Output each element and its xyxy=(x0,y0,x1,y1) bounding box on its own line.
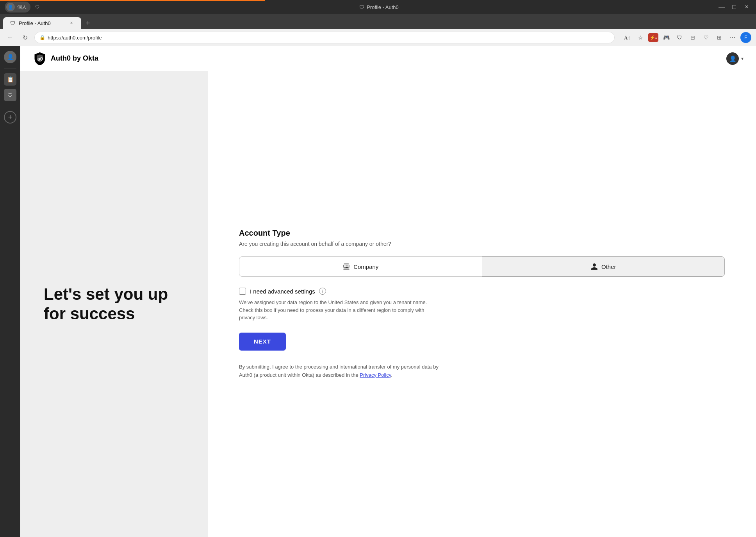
user-avatar: 👤 xyxy=(726,52,739,65)
svg-text:a0: a0 xyxy=(37,56,43,62)
close-button[interactable]: × xyxy=(742,2,751,12)
left-panel-title: Let's set you up for success xyxy=(44,285,184,324)
sidebar-icon-pages[interactable]: 📋 xyxy=(4,73,16,86)
section-description: Are you creating this account on behalf … xyxy=(239,241,725,247)
next-button[interactable]: NEXT xyxy=(239,333,286,351)
advanced-settings-checkbox[interactable] xyxy=(239,288,246,295)
extensions-button[interactable]: ⚡1 xyxy=(648,33,658,42)
split-view-button[interactable]: ⊟ xyxy=(687,32,698,43)
other-button[interactable]: Other xyxy=(482,256,725,277)
user-menu[interactable]: 👤 ▾ xyxy=(726,52,744,65)
info-icon[interactable]: i xyxy=(319,288,326,295)
minimize-button[interactable]: — xyxy=(717,2,726,12)
back-button[interactable]: ← xyxy=(5,32,16,43)
sidebar-icon-shield[interactable]: 🛡 xyxy=(4,89,16,101)
page-container: a0 Auth0 by Okta 👤 ▾ Let's set you up fo… xyxy=(20,46,756,537)
sidebar-divider-2 xyxy=(4,106,16,106)
profile-avatar: 👤 xyxy=(6,3,15,11)
privacy-text-before: By submitting, I agree to the processing… xyxy=(239,364,439,378)
sidebar-user-avatar[interactable]: 👤 xyxy=(4,51,16,63)
new-tab-button[interactable]: + xyxy=(83,18,93,29)
company-button-label: Company xyxy=(353,263,378,270)
company-icon xyxy=(342,263,350,270)
bookmark-button[interactable]: ☆ xyxy=(635,32,646,43)
tab-title: Profile - Auth0 xyxy=(19,20,51,26)
tab-close-button[interactable]: × xyxy=(68,20,75,27)
account-type-selector: Company Other xyxy=(239,256,725,277)
company-button[interactable]: Company xyxy=(239,256,482,277)
advanced-settings-label: I need advanced settings xyxy=(250,288,315,295)
screenshot-button[interactable]: ⊞ xyxy=(714,32,725,43)
address-bar[interactable]: 🔒 https://auth0.com/profile xyxy=(34,32,615,43)
advanced-settings-row: I need advanced settings i xyxy=(239,288,725,295)
tab-favicon: 🛡 xyxy=(9,20,16,26)
section-title: Account Type xyxy=(239,229,725,238)
sidebar-add-button[interactable]: + xyxy=(4,111,16,124)
active-tab[interactable]: 🛡 Profile - Auth0 × xyxy=(3,17,81,29)
more-button[interactable]: ⋯ xyxy=(727,32,738,43)
privacy-text: By submitting, I agree to the processing… xyxy=(239,363,450,379)
advanced-settings-description: We've assigned your data region to the U… xyxy=(239,299,434,322)
logo-text: Auth0 by Okta xyxy=(51,54,98,63)
tab-bar-icon: 🛡 xyxy=(35,5,39,9)
reload-button[interactable]: ↻ xyxy=(20,32,30,43)
browser-profile[interactable]: 👤 個人 xyxy=(5,2,30,13)
right-panel: Account Type Are you creating this accou… xyxy=(208,71,756,537)
left-panel: Let's set you up for success xyxy=(20,71,208,537)
favorites-button[interactable]: ♡ xyxy=(701,32,711,43)
other-button-label: Other xyxy=(601,263,616,270)
edge-profile-button[interactable]: E xyxy=(740,32,751,43)
page-tab-title: Profile - Auth0 xyxy=(367,4,399,10)
page-main: Let's set you up for success Account Typ… xyxy=(20,71,756,537)
auth0-logo-icon: a0 xyxy=(33,52,47,66)
auth0-logo: a0 Auth0 by Okta xyxy=(33,52,98,66)
user-menu-chevron: ▾ xyxy=(741,56,744,61)
title-shield-icon: 🛡 xyxy=(359,4,364,10)
extension-btn3[interactable]: 🛡 xyxy=(674,32,685,43)
person-icon xyxy=(590,263,598,270)
extension-btn2[interactable]: 🎮 xyxy=(661,32,672,43)
page-header: a0 Auth0 by Okta 👤 ▾ xyxy=(20,46,756,71)
url-text: https://auth0.com/profile xyxy=(48,35,102,41)
privacy-text-after: . xyxy=(391,372,392,378)
sidebar-divider-1 xyxy=(4,68,16,68)
profile-label: 個人 xyxy=(17,4,27,11)
reader-mode-button[interactable]: 𝐀↕ xyxy=(622,32,633,43)
privacy-policy-link[interactable]: Privacy Policy xyxy=(360,372,391,378)
browser-sidebar: 👤 📋 🛡 + xyxy=(0,46,20,537)
lock-icon: 🔒 xyxy=(39,35,45,40)
maximize-button[interactable]: □ xyxy=(729,2,739,12)
